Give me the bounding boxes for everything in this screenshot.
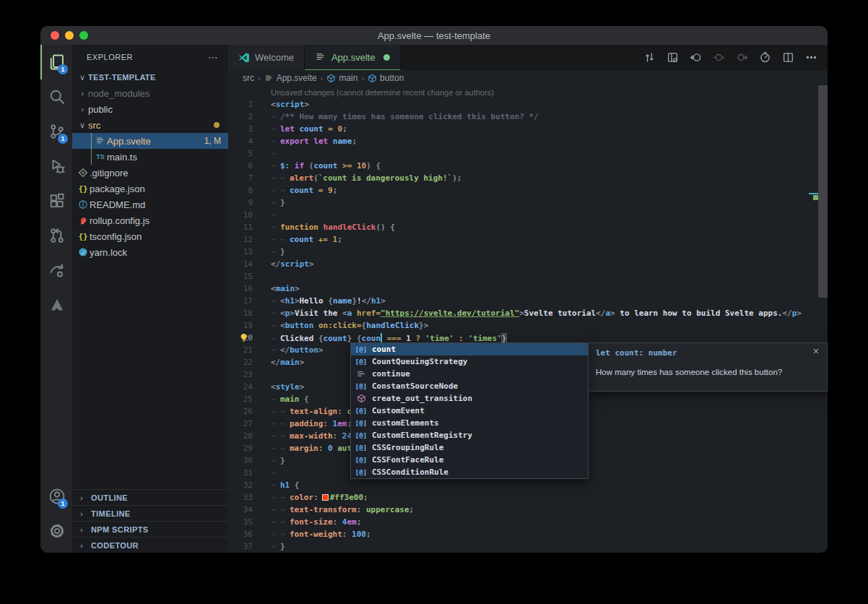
code-line-32[interactable]: 32→h1 { [228,479,828,491]
suggest-item-cssconditionrule[interactable]: [@]CSSConditionRule [351,466,588,478]
breadcrumb-item-button[interactable]: button [368,73,404,83]
tab-welcome[interactable]: Welcome [228,45,305,70]
line-number[interactable]: 15 [228,272,257,281]
code-line-15[interactable]: 15 [228,270,828,282]
close-icon[interactable] [812,347,822,357]
navigate-unchanged-button[interactable] [711,50,726,66]
line-number[interactable]: 11 [228,223,257,232]
activity-bar-item-search[interactable] [40,79,72,114]
line-number[interactable]: 24 [228,382,257,392]
tree-item-main-ts[interactable]: TSmain.ts [72,149,228,165]
suggest-item-count[interactable]: [@]count [351,343,588,355]
run-button[interactable] [757,50,773,66]
code-line-18[interactable]: 18→<p>Visit the <a href="https://svelte.… [228,307,828,319]
breadcrumb-item-app-svelte[interactable]: App.svelte [264,73,317,83]
code-editor[interactable]: Unsaved changes (cannot determine recent… [228,86,828,553]
line-number[interactable]: 1 [228,100,257,109]
code-line-8[interactable]: 8→→count = 9; [228,184,828,197]
line-number[interactable]: 13 [228,247,257,256]
more-actions-button[interactable] [803,50,819,66]
line-number[interactable]: 22 [228,358,257,367]
code-line-19[interactable]: 19→<button on:click={handleClick}> [228,319,828,332]
suggest-item-customelements[interactable]: [@]customElements [351,417,588,429]
code-line-13[interactable]: 13→} [228,246,828,258]
code-line-35[interactable]: 35→→font-size: 4em; [228,516,828,528]
zoom-window-button[interactable] [79,31,88,40]
line-number[interactable]: 36 [228,530,257,539]
line-number[interactable]: 26 [228,407,257,416]
activity-bar-item-live-share[interactable] [40,253,72,288]
activity-bar-item-azure[interactable] [40,288,72,322]
line-number[interactable]: 17 [228,296,257,306]
line-number[interactable]: 16 [228,284,257,293]
lightbulb-icon[interactable] [238,332,249,343]
line-number[interactable]: 25 [228,394,257,404]
sidebar-section-codetour[interactable]: ›CODETOUR [72,537,228,553]
line-number[interactable]: 10 [228,210,257,220]
suggest-item-customelementregistry[interactable]: [@]CustomElementRegistry [351,429,588,441]
tree-item-app-svelte[interactable]: App.svelte1, M [72,133,228,149]
tree-item-node-modules[interactable]: ›node_modules [72,85,228,101]
code-line-14[interactable]: 14</script> [228,258,828,270]
suggest-item-cssfontfacerule[interactable]: [@]CSSFontFaceRule [351,454,588,466]
tree-item--gitignore[interactable]: .gitignore [72,165,228,181]
line-number[interactable]: 35 [228,517,257,527]
tree-root-test-template[interactable]: ∨ TEST-TEMPLATE [72,69,228,85]
tree-item-rollup-config-js[interactable]: rollup.config.js [72,212,228,228]
views-and-more-actions-button[interactable]: ⋯ [208,51,218,63]
line-number[interactable]: 7 [228,173,257,183]
line-number[interactable]: 3 [228,124,257,134]
line-number[interactable]: 21 [228,345,257,355]
activity-bar-item-settings[interactable] [40,514,72,548]
suggest-item-countqueuingstrategy[interactable]: [@]CountQueuingStrategy [351,355,588,368]
suggest-item-customevent[interactable]: [@]CustomEvent [351,405,588,417]
code-line-2[interactable]: 2→/** How many times has someone clicked… [228,111,828,123]
line-number[interactable]: 6 [228,161,257,171]
line-number[interactable]: 29 [228,444,257,453]
suggest-item-cssgroupingrule[interactable]: [@]CSSGroupingRule [351,441,588,454]
tree-item-public[interactable]: ›public [72,101,228,117]
line-number[interactable]: 5 [228,149,257,158]
code-line-33[interactable]: 33→→color:#ff3e00; [228,491,828,504]
tab-app-svelte[interactable]: App.svelte [305,45,401,70]
split-editor-button[interactable] [780,50,796,66]
code-line-1[interactable]: 1<script> [228,98,828,111]
close-window-button[interactable] [51,31,59,40]
suggest-item-create_out_transition[interactable]: create_out_transition [351,392,588,405]
sidebar-section-outline[interactable]: ›OUTLINE [72,489,228,505]
navigate-forward-button[interactable] [734,50,750,66]
breadcrumb-item-src[interactable]: src [243,73,254,83]
code-line-37[interactable]: 37→} [228,540,828,553]
activity-bar-item-github-pull-requests[interactable] [40,218,72,253]
breadcrumb-item-main[interactable]: main [326,73,357,83]
activity-bar-item-extensions[interactable] [40,184,72,218]
sidebar-section-npm-scripts[interactable]: ›NPM SCRIPTS [72,521,228,537]
activity-bar-item-run-debug[interactable] [40,149,72,184]
code-line-7[interactable]: 7→→alert(`count is dangerously high!`); [228,172,828,184]
code-line-10[interactable]: 10→ [228,209,828,221]
line-number[interactable]: 34 [228,505,257,514]
line-number[interactable]: 2 [228,112,257,121]
tree-item-tsconfig-json[interactable]: {}tsconfig.json [72,228,228,244]
code-line-17[interactable]: 17→<h1>Hello {name}!</h1> [228,295,828,307]
activity-bar-item-accounts[interactable]: 1 [40,479,72,514]
line-number[interactable]: 30 [228,456,257,465]
line-number[interactable]: 32 [228,480,257,490]
suggest-item-continue[interactable]: continue [351,368,588,380]
line-number[interactable]: 8 [228,186,257,195]
code-line-16[interactable]: 16<main> [228,282,828,295]
color-swatch[interactable] [322,494,329,501]
code-line-5[interactable]: 5→ [228,147,828,160]
line-number[interactable]: 14 [228,259,257,269]
line-number[interactable]: 9 [228,198,257,207]
editor-scrollbar[interactable] [818,85,828,298]
minimize-window-button[interactable] [65,31,74,40]
code-line-3[interactable]: 3→let count = 0; [228,123,828,135]
line-number[interactable]: 23 [228,370,257,379]
activity-bar-item-source-control[interactable]: 1 [40,114,72,149]
line-number[interactable]: 37 [228,542,257,551]
line-number[interactable]: 18 [228,309,257,318]
tree-item-readme-md[interactable]: README.md [72,197,228,212]
sidebar-section-timeline[interactable]: ›TIMELINE [72,505,228,521]
open-preview-button[interactable] [664,50,680,66]
